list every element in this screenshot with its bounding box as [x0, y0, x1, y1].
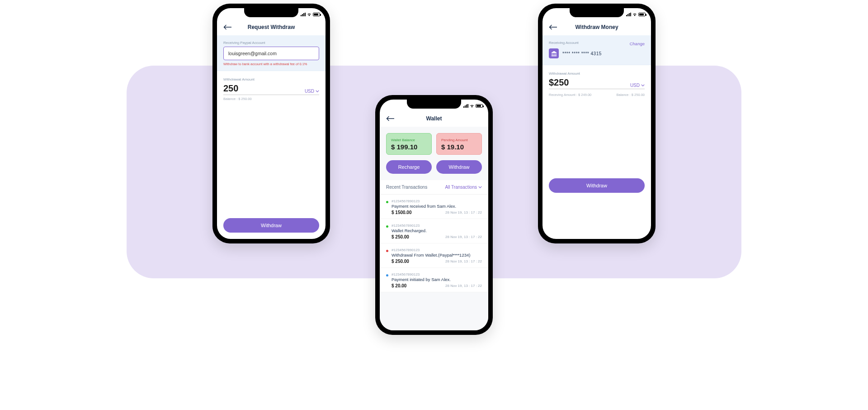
battery-icon — [476, 104, 483, 108]
signal-icon — [626, 13, 631, 16]
recharge-button[interactable]: Recharge — [386, 160, 432, 174]
recent-title: Recent Transactions — [386, 185, 427, 190]
receiving-section: Receiving Paypal Account Withdraw to ban… — [217, 35, 326, 71]
header: Withdraw Money — [542, 21, 651, 35]
notch — [570, 8, 624, 17]
bank-icon — [549, 48, 559, 58]
filter-label: All Transactions — [445, 185, 477, 190]
transaction-amount: $ 1500.00 — [392, 210, 412, 215]
transactions-section: Recent Transactions All Transactions #12… — [380, 180, 488, 292]
wifi-icon — [470, 104, 474, 108]
account-number: **** **** **** 4315 — [562, 51, 602, 56]
paypal-email-input[interactable] — [223, 47, 319, 60]
withdraw-button[interactable]: Withdraw — [436, 160, 482, 174]
phone-request-withdraw: Request Withdraw Receiving Paypal Accoun… — [212, 4, 330, 243]
currency-selector[interactable]: USD — [630, 83, 645, 88]
signal-icon — [463, 104, 468, 108]
transaction-desc: Payment received from Sam Alex. — [392, 204, 482, 209]
screen-withdraw-money: Withdraw Money Receiving Account Change … — [542, 8, 651, 239]
status-dot — [386, 201, 388, 203]
transactions-filter[interactable]: All Transactions — [445, 185, 482, 190]
phone-wallet: Wallet Wallet Balance $ 199.10 Pending A… — [375, 95, 493, 335]
amount-label: Withdrawal Amount — [223, 77, 319, 81]
wallet-balance-card: Wallet Balance $ 199.10 — [386, 133, 432, 155]
screen-request-withdraw: Request Withdraw Receiving Paypal Accoun… — [217, 8, 326, 239]
transaction-id: #1234567890123 — [392, 224, 482, 228]
account-row[interactable]: **** **** **** 4315 — [549, 48, 645, 58]
status-dot — [386, 225, 388, 228]
amount-label: Withdrawal Amount — [549, 72, 645, 76]
amount-value[interactable]: $250 — [549, 77, 569, 88]
transaction-item[interactable]: #1234567890123 Wallet Recharged. $ 250.0… — [380, 219, 488, 243]
battery-icon — [313, 13, 320, 16]
phone-withdraw-money: Withdraw Money Receiving Account Change … — [538, 4, 656, 243]
back-icon[interactable] — [386, 116, 394, 121]
receiving-note: Receving Amount : $ 249.00 — [549, 93, 591, 97]
signal-icon — [301, 13, 306, 16]
balance-value: $ 199.10 — [391, 143, 427, 151]
chevron-down-icon — [478, 186, 482, 188]
pending-value: $ 19.10 — [441, 143, 477, 151]
currency-label: USD — [305, 89, 314, 94]
transaction-item[interactable]: #1234567890123 Withdrawal From Wallet.(P… — [380, 243, 488, 268]
withdraw-button[interactable]: Withdraw — [549, 178, 645, 193]
change-link[interactable]: Change — [630, 41, 645, 46]
withdraw-button[interactable]: Withdraw — [223, 218, 319, 233]
receiving-section: Receiving Account Change **** **** **** … — [542, 35, 651, 65]
transaction-id: #1234567890123 — [392, 199, 482, 203]
transaction-desc: Payment initiated by Sam Alex. — [392, 277, 482, 282]
currency-selector[interactable]: USD — [305, 89, 319, 94]
currency-label: USD — [630, 83, 640, 88]
transaction-date: 28 Nov 19, 13 : 17 : 22 — [445, 235, 482, 239]
sub-notes: Receving Amount : $ 249.00 Balance : $ 2… — [549, 91, 645, 97]
phones-container: Request Withdraw Receiving Paypal Accoun… — [0, 0, 868, 410]
pending-amount-card: Pending Amount $ 19.10 — [436, 133, 482, 155]
transactions-header: Recent Transactions All Transactions — [380, 180, 488, 195]
header: Request Withdraw — [217, 21, 326, 35]
wifi-icon — [632, 13, 637, 16]
wallet-content: Wallet Balance $ 199.10 Pending Amount $… — [380, 127, 488, 330]
status-dot — [386, 250, 388, 252]
page-title: Wallet — [426, 115, 442, 122]
action-buttons: Recharge Withdraw — [380, 155, 488, 179]
back-icon[interactable] — [223, 24, 231, 30]
chevron-down-icon — [316, 90, 319, 92]
transaction-item[interactable]: #1234567890123 Payment initiated by Sam … — [380, 268, 488, 292]
amount-row: $250 USD — [549, 77, 645, 89]
page-title: Request Withdraw — [248, 24, 295, 30]
balance-cards: Wallet Balance $ 199.10 Pending Amount $… — [380, 127, 488, 155]
transaction-date: 28 Nov 19, 13 : 17 : 22 — [445, 284, 482, 288]
transaction-date: 28 Nov 19, 13 : 17 : 22 — [445, 259, 482, 263]
transactions-list: #1234567890123 Payment received from Sam… — [380, 195, 488, 292]
receiving-label: Receiving Paypal Account — [223, 41, 319, 45]
battery-icon — [638, 13, 646, 16]
fee-note: Withdraw to bank account with a withdraw… — [223, 62, 319, 66]
status-dot — [386, 274, 388, 277]
wifi-icon — [307, 13, 311, 16]
notch — [244, 8, 298, 17]
amount-section: Withdrawal Amount $250 USD Receving Amou… — [542, 65, 651, 199]
transaction-item[interactable]: #1234567890123 Payment received from Sam… — [380, 195, 488, 219]
page-title: Withdraw Money — [575, 24, 618, 30]
pending-label: Pending Amount — [441, 138, 477, 142]
notch — [407, 100, 461, 109]
transaction-desc: Wallet Recharged. — [392, 228, 482, 233]
transaction-id: #1234567890123 — [392, 272, 482, 277]
amount-section: Withdrawal Amount 250 USD Balance : $ 25… — [217, 71, 326, 218]
amount-row: 250 USD — [223, 83, 319, 95]
transaction-date: 28 Nov 19, 13 : 17 : 22 — [445, 210, 482, 215]
amount-value[interactable]: 250 — [223, 83, 238, 94]
screen-wallet: Wallet Wallet Balance $ 199.10 Pending A… — [380, 100, 488, 330]
header: Wallet — [380, 112, 488, 127]
balance-note: Balance : $ 250.00 — [223, 97, 319, 101]
receiving-label: Receiving Account — [549, 41, 579, 45]
transaction-amount: $ 250.00 — [392, 259, 409, 264]
transaction-desc: Withdrawal From Wallet.(Paypal****1234) — [392, 253, 482, 257]
transaction-amount: $ 20.00 — [392, 283, 406, 288]
back-icon[interactable] — [549, 24, 557, 30]
chevron-down-icon — [641, 84, 645, 86]
transaction-amount: $ 250.00 — [392, 234, 409, 239]
transaction-id: #1234567890123 — [392, 248, 482, 252]
balance-label: Wallet Balance — [391, 138, 427, 142]
balance-note: Balance : $ 250.00 — [616, 93, 645, 97]
